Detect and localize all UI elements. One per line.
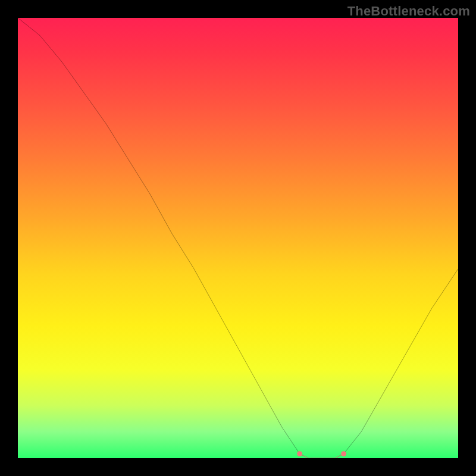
- minimum-marker-dash: [300, 454, 344, 458]
- chart-frame: TheBottleneck.com: [0, 0, 476, 476]
- bottleneck-curve-path: [18, 18, 458, 458]
- minimum-marker-dot: [341, 451, 346, 456]
- chart-svg: [18, 18, 458, 458]
- minimum-markers: [297, 451, 346, 458]
- minimum-marker-dot: [297, 451, 302, 456]
- plot-area: [18, 18, 458, 458]
- watermark-text: TheBottleneck.com: [347, 4, 470, 19]
